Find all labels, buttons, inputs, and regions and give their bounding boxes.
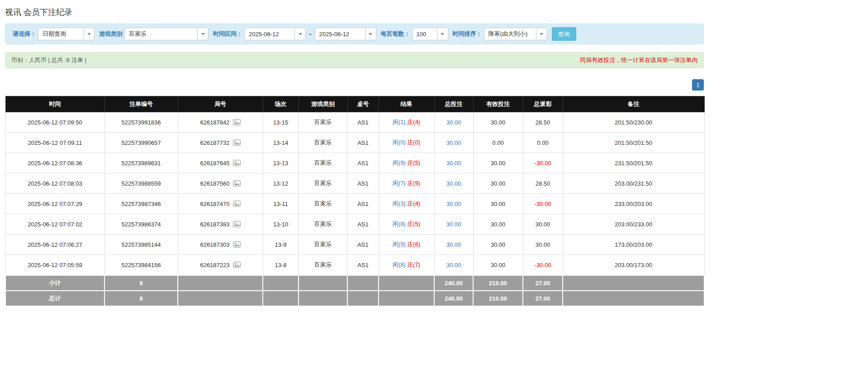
total-bet-link[interactable]: 30.00 (446, 241, 461, 248)
chevron-down-icon[interactable] (294, 28, 305, 40)
result-image-icon[interactable] (233, 262, 241, 268)
date-from-select[interactable]: 2025-06-12 (244, 28, 306, 40)
cell-bet-id: 522573988559 (104, 173, 178, 194)
cell-round-id: 626187383 (178, 214, 263, 235)
result-image-icon[interactable] (233, 119, 241, 125)
header-result: 结果 (379, 96, 434, 112)
cell-valid-bet: 0.00 (473, 133, 523, 153)
date-to-value: 2025-06-12 (315, 28, 365, 40)
total-bet-link[interactable]: 30.00 (446, 160, 461, 167)
cell-game-type: 百家乐 (299, 214, 347, 235)
cell-total-bet: 30.00 (434, 194, 473, 214)
game-type-select[interactable]: 百家乐 (124, 28, 209, 40)
chevron-down-icon[interactable] (437, 28, 448, 40)
cell-round-id: 626187560 (178, 173, 263, 194)
per-page-select[interactable]: 100 (412, 28, 448, 40)
cell-valid-bet: 30.00 (473, 194, 523, 214)
cell-game-type: 百家乐 (299, 133, 347, 153)
total-bet-link[interactable]: 30.00 (446, 119, 461, 126)
cell-time: 2025-06-12 07:09:50 (5, 112, 104, 133)
result-image-icon[interactable] (233, 180, 241, 187)
subtotal-label: 小计 (5, 275, 104, 291)
table-row: 2025-06-12 07:05:59522573984156626187223… (5, 255, 704, 276)
result-image-icon[interactable] (233, 160, 241, 166)
banker-result: 庄(0) (407, 139, 420, 146)
cell-payout: -30.00 (523, 153, 563, 173)
cell-note: 231.50/201.50 (563, 153, 704, 173)
player-result: 闲(8) (393, 220, 406, 227)
table-row: 2025-06-12 07:07:02522573986374626187383… (5, 214, 704, 235)
cell-bet-id: 522573985144 (104, 235, 178, 255)
query-type-select[interactable]: 日期查询 (38, 28, 95, 40)
banker-result: 庄(6) (407, 241, 420, 248)
table-row: 2025-06-12 07:08:03522573988559626187560… (5, 173, 704, 194)
game-type-value: 百家乐 (125, 28, 197, 40)
chevron-down-icon[interactable] (536, 28, 547, 40)
cell-game-type: 百家乐 (299, 235, 347, 255)
cell-valid-bet: 30.00 (473, 173, 523, 194)
cell-valid-bet: 30.00 (473, 153, 523, 173)
total-bet-link[interactable]: 30.00 (446, 180, 461, 187)
date-from-value: 2025-06-12 (245, 28, 294, 40)
page-button-1[interactable]: 1 (692, 79, 704, 91)
cell-result: 闲(3) 庄(4) (379, 194, 434, 214)
total-bet-link[interactable]: 30.00 (446, 139, 461, 146)
header-total-bet: 总投注 (434, 96, 473, 112)
cell-game-type: 百家乐 (299, 153, 347, 173)
cell-round-id: 626187223 (178, 255, 263, 276)
sort-select[interactable]: 降幂(由大到小) (484, 28, 547, 40)
cell-session: 13-15 (263, 112, 299, 133)
date-to-select[interactable]: 2025-06-12 (315, 28, 376, 40)
banker-result: 庄(5) (407, 159, 420, 166)
total-bet-link[interactable]: 30.00 (446, 262, 461, 268)
player-result: 闲(0) (393, 139, 406, 146)
chevron-down-icon[interactable] (197, 28, 208, 40)
cell-result: 闲(8) 庄(5) (379, 214, 434, 235)
banker-result: 庄(4) (407, 200, 420, 207)
result-image-icon[interactable] (233, 241, 241, 248)
cell-bet-id: 522573990657 (104, 133, 178, 153)
select-type-label: 请选择： (13, 30, 36, 38)
chevron-down-icon[interactable] (365, 28, 376, 40)
header-note: 备注 (563, 96, 704, 112)
cell-session: 13-11 (263, 194, 299, 214)
sort-label: 时间排序： (453, 30, 482, 38)
banker-result: 庄(5) (407, 220, 420, 227)
result-image-icon[interactable] (233, 201, 241, 207)
header-round-id: 局号 (178, 96, 263, 112)
total-bet-link[interactable]: 30.00 (446, 201, 461, 207)
player-result: 闲(3) (393, 200, 406, 207)
table-header: 时间 注单编号 局号 场次 游戏类别 桌号 结果 总投注 有效投注 总派彩 备注 (5, 96, 704, 112)
date-range-tilde: ~ (308, 31, 312, 38)
cell-total-bet: 30.00 (434, 214, 473, 235)
subtotal-payout: 27.00 (523, 275, 563, 291)
filter-bar: 请选择： 日期查询 游戏类别 百家乐 时间区间： 2025-06-12 ~ 20… (5, 24, 704, 44)
cell-payout: 28.50 (523, 112, 563, 133)
chevron-down-icon[interactable] (83, 28, 94, 40)
cell-table-no: AS1 (347, 133, 379, 153)
game-type-label: 游戏类别 (99, 30, 123, 38)
cell-note: 203.00/173.00 (563, 255, 704, 276)
total-bet-link[interactable]: 30.00 (446, 221, 461, 228)
per-page-value: 100 (413, 28, 437, 40)
cell-table-no: AS1 (347, 112, 379, 133)
cell-note: 201.50/230.00 (563, 112, 704, 133)
cell-result: 闲(7) 庄(9) (379, 173, 434, 194)
cell-note: 233.00/203.00 (563, 194, 704, 214)
result-image-icon[interactable] (233, 139, 241, 146)
player-result: 闲(8) (393, 261, 406, 268)
total-valid-bet: 210.00 (473, 291, 523, 306)
banker-result: 庄(4) (407, 119, 420, 125)
cell-table-no: AS1 (347, 194, 379, 214)
subtotal-total-bet: 240.00 (434, 275, 473, 291)
cell-round-id: 626187303 (178, 235, 263, 255)
header-session: 场次 (263, 96, 299, 112)
query-button[interactable]: 查询 (552, 27, 576, 41)
table-footer: 小计 8 240.00 210.00 27.00 总计 8 2 (5, 275, 704, 306)
cell-note: 201.50/201.50 (563, 133, 704, 153)
cell-session: 13-14 (263, 133, 299, 153)
table-row: 2025-06-12 07:08:36522573989631626187645… (5, 153, 704, 173)
cell-payout: 28.50 (523, 173, 563, 194)
result-image-icon[interactable] (233, 221, 241, 227)
cell-bet-id: 522573984156 (104, 255, 178, 276)
